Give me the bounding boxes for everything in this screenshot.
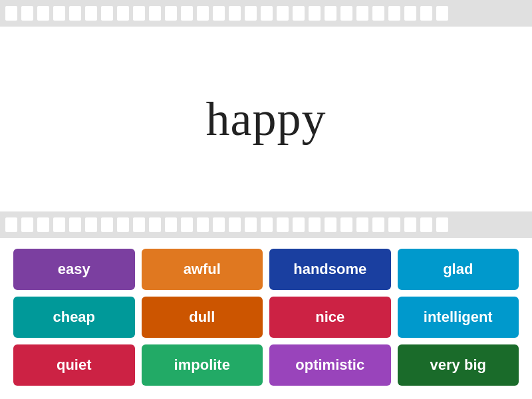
tile-impolite[interactable]: impolite [142, 344, 263, 386]
film-hole [388, 217, 400, 232]
film-hole [404, 6, 416, 21]
film-hole [5, 217, 17, 232]
film-hole [69, 217, 81, 232]
tile-quiet[interactable]: quiet [13, 344, 135, 386]
film-strip-bottom [0, 211, 532, 238]
film-hole [181, 217, 193, 232]
tiles-grid: easyawfulhandsomegladcheapdullniceintell… [13, 249, 519, 386]
film-hole [165, 6, 177, 21]
film-hole [53, 6, 65, 21]
tile-glad[interactable]: glad [398, 249, 519, 290]
film-hole [213, 217, 225, 232]
film-hole [85, 217, 97, 232]
film-hole [149, 217, 161, 232]
film-hole [420, 6, 432, 21]
film-hole [309, 217, 321, 232]
film-hole [356, 217, 368, 232]
film-hole [181, 6, 193, 21]
film-hole [277, 6, 289, 21]
film-hole [245, 217, 257, 232]
film-hole [261, 6, 273, 21]
target-word: happy [206, 92, 327, 147]
tile-dull[interactable]: dull [142, 297, 263, 338]
film-hole [388, 6, 400, 21]
tile-cheap[interactable]: cheap [13, 297, 135, 338]
film-hole [372, 217, 384, 232]
film-strip-top [0, 0, 532, 27]
film-hole [436, 6, 448, 21]
film-hole [69, 6, 81, 21]
film-hole [117, 217, 129, 232]
film-hole [37, 217, 49, 232]
film-hole [309, 6, 321, 21]
film-hole [261, 217, 273, 232]
tile-easy[interactable]: easy [13, 249, 135, 290]
film-hole [21, 217, 33, 232]
film-hole [133, 217, 145, 232]
film-hole [197, 6, 209, 21]
film-hole [436, 217, 448, 232]
tile-intelligent[interactable]: intelligent [398, 297, 519, 338]
film-hole [340, 217, 352, 232]
tiles-area: easyawfulhandsomegladcheapdullniceintell… [0, 238, 532, 399]
film-hole [101, 6, 113, 21]
film-hole [420, 217, 432, 232]
film-hole [245, 6, 257, 21]
tile-awful[interactable]: awful [142, 249, 263, 290]
film-hole [340, 6, 352, 21]
tile-optimistic[interactable]: optimistic [269, 344, 391, 386]
main-content: happy [0, 27, 532, 211]
tile-handsome[interactable]: handsome [269, 249, 391, 290]
film-hole [229, 6, 241, 21]
film-hole [277, 217, 289, 232]
film-hole [293, 217, 305, 232]
film-hole [85, 6, 97, 21]
film-hole [213, 6, 225, 21]
film-hole [229, 217, 241, 232]
film-hole [37, 6, 49, 21]
film-hole [5, 6, 17, 21]
tile-very-big[interactable]: very big [398, 344, 519, 386]
film-hole [53, 217, 65, 232]
film-hole [325, 6, 336, 21]
film-hole [101, 217, 113, 232]
film-hole [356, 6, 368, 21]
film-hole [293, 6, 305, 21]
film-hole [165, 217, 177, 232]
film-hole [117, 6, 129, 21]
film-hole [372, 6, 384, 21]
tile-nice[interactable]: nice [269, 297, 391, 338]
film-hole [133, 6, 145, 21]
film-hole [325, 217, 336, 232]
film-hole [21, 6, 33, 21]
film-hole [149, 6, 161, 21]
film-hole [404, 217, 416, 232]
film-hole [197, 217, 209, 232]
